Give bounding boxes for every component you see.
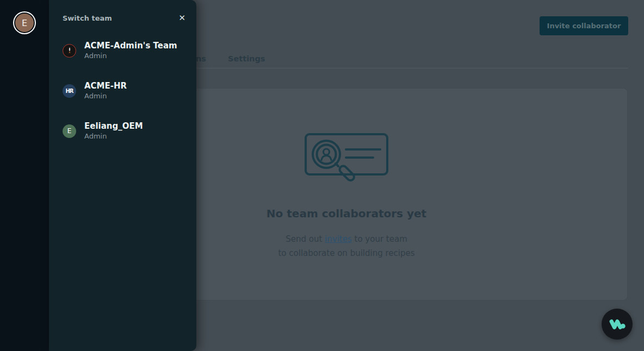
team-row-acme-admin[interactable]: ACME-Admin's Team Admin xyxy=(49,35,196,66)
invites-link[interactable]: invites xyxy=(325,234,352,244)
line1-prefix: Send out xyxy=(286,234,325,244)
switch-team-panel: Switch team ✕ ACME-Admin's Team Admin HR xyxy=(49,0,196,351)
team-role: Admin xyxy=(84,91,127,101)
app-window: Invite collaborator ons Settings No team… xyxy=(0,0,644,351)
switch-team-header: Switch team ✕ xyxy=(63,13,187,23)
team-row-eeliang-oem[interactable]: E Eeliang_OEM Admin xyxy=(49,115,196,147)
team-name: ACME-Admin's Team xyxy=(84,40,177,51)
team-avatar-hr-icon: HR xyxy=(63,84,76,98)
team-row-acme-hr[interactable]: HR ACME-HR Admin xyxy=(49,75,196,106)
workato-chat-bubble[interactable] xyxy=(602,309,633,340)
workato-w-logo-icon xyxy=(608,315,627,334)
switch-team-title: Switch team xyxy=(63,14,112,22)
empty-state-line1: Send out invites to your team xyxy=(286,232,407,246)
user-avatar[interactable]: E xyxy=(15,14,34,32)
team-name: Eeliang_OEM xyxy=(84,121,143,131)
team-name: ACME-HR xyxy=(84,80,127,91)
invite-collaborator-button[interactable]: Invite collaborator xyxy=(540,16,628,35)
team-role: Admin xyxy=(84,51,177,61)
tab-settings[interactable]: Settings xyxy=(228,54,265,63)
sidebar: E xyxy=(0,0,49,351)
close-icon[interactable]: ✕ xyxy=(177,13,187,23)
empty-state-line2: to collaborate on building recipes xyxy=(278,246,414,260)
team-avatar-e-icon: E xyxy=(63,124,76,138)
team-avatar-rocket-icon xyxy=(63,44,76,58)
team-list: ACME-Admin's Team Admin HR ACME-HR Admin… xyxy=(49,35,196,147)
line1-suffix: to your team xyxy=(352,234,407,244)
empty-state-title: No team collaborators yet xyxy=(267,207,426,220)
team-role: Admin xyxy=(84,131,143,141)
search-collaborator-illustration-icon xyxy=(302,130,392,189)
